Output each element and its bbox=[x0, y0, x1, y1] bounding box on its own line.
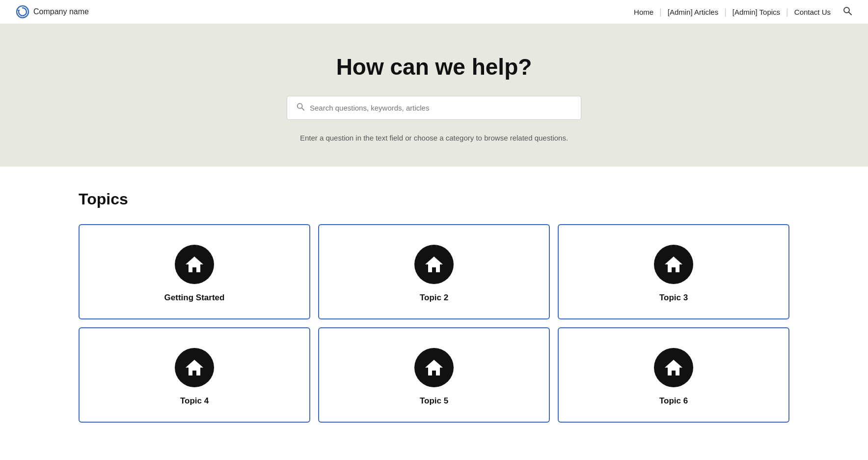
hero-hint: Enter a question in the text field or ch… bbox=[16, 134, 852, 142]
nav-link-home[interactable]: Home bbox=[628, 8, 659, 16]
svg-line-5 bbox=[302, 108, 304, 111]
hero-section: How can we help? Enter a question in the… bbox=[0, 24, 868, 167]
hero-title: How can we help? bbox=[16, 54, 852, 80]
svg-marker-10 bbox=[425, 360, 443, 375]
topic-6-icon bbox=[654, 348, 693, 387]
topic-5-label: Topic 5 bbox=[420, 396, 448, 406]
nav-link-admin-topics[interactable]: [Admin] Topics bbox=[727, 8, 786, 16]
svg-marker-1 bbox=[17, 10, 20, 12]
svg-marker-7 bbox=[425, 257, 443, 272]
topic-2[interactable]: Topic 2 bbox=[318, 224, 550, 319]
svg-marker-11 bbox=[665, 360, 682, 375]
topic-5-icon bbox=[414, 348, 454, 387]
topic-3[interactable]: Topic 3 bbox=[558, 224, 789, 319]
topic-6[interactable]: Topic 6 bbox=[558, 327, 789, 423]
nav-link-contact[interactable]: Contact Us bbox=[788, 8, 837, 16]
svg-marker-6 bbox=[186, 257, 203, 272]
logo-icon bbox=[16, 5, 29, 19]
search-bar bbox=[287, 96, 581, 120]
topic-getting-started-label: Getting Started bbox=[164, 293, 225, 303]
svg-marker-9 bbox=[186, 360, 203, 375]
search-icon[interactable] bbox=[842, 6, 852, 18]
topic-getting-started-icon bbox=[175, 245, 214, 284]
topic-getting-started[interactable]: Getting Started bbox=[79, 224, 310, 319]
topic-2-label: Topic 2 bbox=[420, 293, 448, 303]
topics-grid: Getting Started Topic 2 Topic 3 Topic 4 … bbox=[79, 224, 789, 423]
topic-6-label: Topic 6 bbox=[659, 396, 688, 406]
nav-link-admin-articles[interactable]: [Admin] Articles bbox=[662, 8, 724, 16]
svg-marker-8 bbox=[665, 257, 682, 272]
topic-4-label: Topic 4 bbox=[180, 396, 209, 406]
search-input[interactable] bbox=[310, 104, 572, 112]
topic-5[interactable]: Topic 5 bbox=[318, 327, 550, 423]
main-content: Topics Getting Started Topic 2 Topic 3 T… bbox=[0, 167, 868, 454]
topic-4-icon bbox=[175, 348, 214, 387]
navbar: Company name Home | [Admin] Articles | [… bbox=[0, 0, 868, 24]
topic-2-icon bbox=[414, 245, 454, 284]
nav-logo-text: Company name bbox=[33, 7, 89, 16]
svg-line-3 bbox=[849, 12, 851, 15]
topics-heading: Topics bbox=[79, 190, 789, 208]
nav-logo[interactable]: Company name bbox=[16, 5, 89, 19]
topic-3-icon bbox=[654, 245, 693, 284]
topic-4[interactable]: Topic 4 bbox=[79, 327, 310, 423]
topic-3-label: Topic 3 bbox=[659, 293, 688, 303]
nav-links: Home | [Admin] Articles | [Admin] Topics… bbox=[628, 6, 852, 18]
search-bar-icon bbox=[296, 102, 305, 114]
